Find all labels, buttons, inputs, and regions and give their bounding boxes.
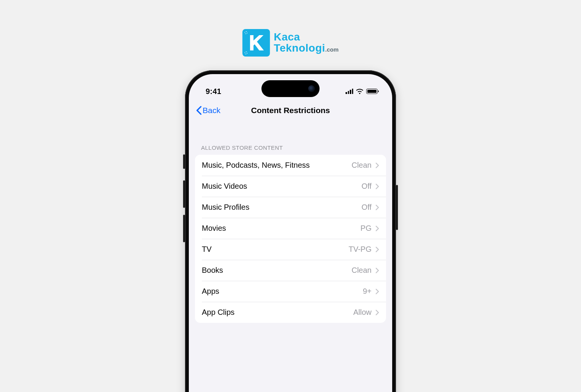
status-time: 9:41 [206,87,221,96]
row-label: Music Videos [202,182,362,191]
brand-watermark: Kaca Teknologi.com [242,29,339,57]
row-apps[interactable]: Apps 9+ [195,281,386,302]
row-value: Clean [352,266,372,275]
chevron-right-icon [375,267,379,274]
phone-screen: 9:41 Back Content Restrict [189,74,392,392]
row-label: Music, Podcasts, News, Fitness [202,161,352,170]
row-label: Music Profiles [202,203,362,212]
page-title: Content Restrictions [251,106,330,115]
iphone-mockup: 9:41 Back Content Restrict [185,70,396,392]
row-movies[interactable]: Movies PG [195,218,386,239]
row-music-profiles[interactable]: Music Profiles Off [195,197,386,218]
chevron-right-icon [375,246,379,253]
letter-k-icon [246,33,266,53]
chevron-right-icon [375,225,379,232]
section-header: ALLOWED STORE CONTENT [189,122,392,155]
row-books[interactable]: Books Clean [195,260,386,281]
row-value: Off [362,182,372,191]
navigation-bar: Back Content Restrictions [189,99,392,122]
brand-logo-tile [242,29,270,57]
chevron-right-icon [375,183,379,190]
row-tv[interactable]: TV TV-PG [195,239,386,260]
row-value: PG [360,224,372,233]
row-value: Off [362,203,372,212]
row-label: Apps [202,287,363,296]
brand-text-line1: Kaca [274,32,339,43]
back-button[interactable]: Back [193,99,223,122]
row-label: TV [202,245,349,254]
phone-power-button [396,185,398,230]
phone-volume-up [183,180,185,208]
row-value: TV-PG [349,245,372,254]
row-music-podcasts-news-fitness[interactable]: Music, Podcasts, News, Fitness Clean [195,155,386,176]
chevron-right-icon [375,162,379,168]
wifi-icon [356,89,364,94]
row-label: Books [202,266,352,275]
chevron-right-icon [375,309,379,316]
row-value: Allow [353,308,372,317]
back-button-label: Back [203,106,221,115]
brand-text-line2: Teknologi [274,42,325,54]
dynamic-island [261,80,320,97]
row-app-clips[interactable]: App Clips Allow [195,302,386,323]
row-music-videos[interactable]: Music Videos Off [195,176,386,197]
settings-list: Music, Podcasts, News, Fitness Clean Mus… [195,155,386,323]
phone-mute-switch [183,154,185,169]
cellular-icon [346,89,353,94]
row-value: 9+ [363,287,372,296]
row-value: Clean [352,161,372,170]
row-label: App Clips [202,308,353,317]
battery-icon [366,89,378,94]
brand-text-suffix: .com [325,46,339,53]
chevron-right-icon [375,288,379,295]
phone-volume-down [183,215,185,242]
camera-icon [308,85,315,92]
chevron-right-icon [375,204,379,211]
chevron-left-icon [196,106,202,115]
row-label: Movies [202,224,360,233]
